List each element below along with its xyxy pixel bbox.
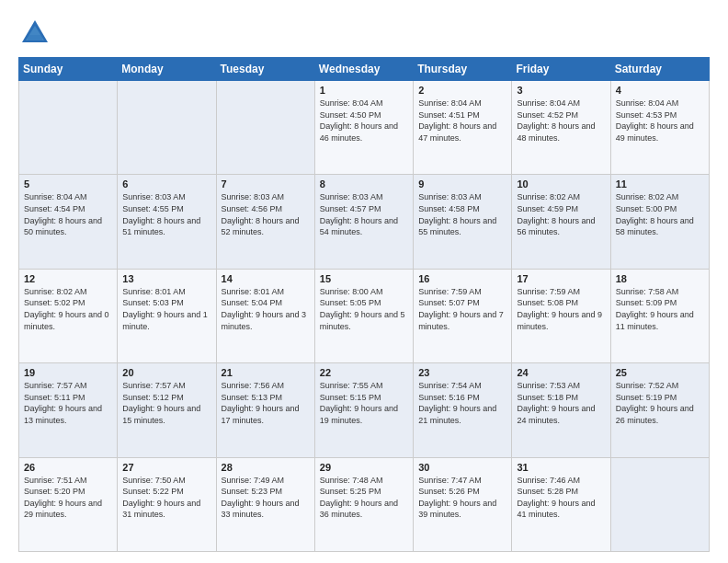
calendar-cell: 19Sunrise: 7:57 AM Sunset: 5:11 PM Dayli… [19,363,118,457]
calendar-week-row: 5Sunrise: 8:04 AM Sunset: 4:54 PM Daylig… [19,175,710,269]
calendar-cell: 15Sunrise: 8:00 AM Sunset: 5:05 PM Dayli… [314,269,413,362]
day-number: 6 [122,178,210,190]
day-info: Sunrise: 8:04 AM Sunset: 4:50 PM Dayligh… [320,98,408,144]
day-info: Sunrise: 7:48 AM Sunset: 5:25 PM Dayligh… [320,475,408,521]
calendar-cell: 21Sunrise: 7:56 AM Sunset: 5:13 PM Dayli… [216,363,314,457]
day-number: 9 [418,178,506,190]
day-info: Sunrise: 7:55 AM Sunset: 5:15 PM Dayligh… [320,380,408,426]
day-number: 10 [517,178,605,190]
calendar-cell: 8Sunrise: 8:03 AM Sunset: 4:57 PM Daylig… [314,175,413,269]
day-number: 12 [24,273,112,284]
day-number: 25 [616,367,704,378]
calendar-cell: 16Sunrise: 7:59 AM Sunset: 5:07 PM Dayli… [414,269,512,362]
calendar-cell: 20Sunrise: 7:57 AM Sunset: 5:12 PM Dayli… [118,363,216,457]
day-info: Sunrise: 8:03 AM Sunset: 4:58 PM Dayligh… [418,191,506,237]
day-number: 1 [320,85,408,96]
logo [18,17,55,50]
day-info: Sunrise: 7:46 AM Sunset: 5:28 PM Dayligh… [517,475,605,521]
calendar-cell: 4Sunrise: 8:04 AM Sunset: 4:53 PM Daylig… [610,81,709,175]
day-number: 2 [418,85,506,96]
day-info: Sunrise: 7:52 AM Sunset: 5:19 PM Dayligh… [616,380,704,426]
weekday-header-sunday: Sunday [19,58,118,81]
day-number: 24 [517,367,605,378]
day-number: 17 [517,273,605,284]
day-info: Sunrise: 7:51 AM Sunset: 5:20 PM Dayligh… [24,475,112,521]
weekday-header-tuesday: Tuesday [216,58,314,81]
day-number: 8 [320,178,408,190]
day-info: Sunrise: 7:53 AM Sunset: 5:18 PM Dayligh… [517,380,605,426]
calendar-cell [118,81,216,175]
page: SundayMondayTuesdayWednesdayThursdayFrid… [0,0,728,563]
weekday-header-saturday: Saturday [610,58,709,81]
day-number: 18 [616,273,704,284]
calendar-week-row: 12Sunrise: 8:02 AM Sunset: 5:02 PM Dayli… [19,269,710,362]
calendar-cell: 11Sunrise: 8:02 AM Sunset: 5:00 PM Dayli… [610,175,709,269]
calendar-cell: 1Sunrise: 8:04 AM Sunset: 4:50 PM Daylig… [314,81,413,175]
day-info: Sunrise: 7:49 AM Sunset: 5:23 PM Dayligh… [222,475,310,521]
calendar-cell: 18Sunrise: 7:58 AM Sunset: 5:09 PM Dayli… [610,269,709,362]
day-info: Sunrise: 7:47 AM Sunset: 5:26 PM Dayligh… [418,475,506,521]
day-number: 26 [24,462,112,473]
calendar-cell: 14Sunrise: 8:01 AM Sunset: 5:04 PM Dayli… [216,269,314,362]
day-info: Sunrise: 8:02 AM Sunset: 5:00 PM Dayligh… [616,191,704,237]
day-number: 11 [616,178,704,190]
day-number: 22 [320,367,408,378]
day-number: 27 [122,462,210,473]
day-number: 15 [320,273,408,284]
calendar-cell: 17Sunrise: 7:59 AM Sunset: 5:08 PM Dayli… [512,269,610,362]
header [18,17,710,50]
day-info: Sunrise: 8:03 AM Sunset: 4:55 PM Dayligh… [122,191,210,237]
day-info: Sunrise: 8:04 AM Sunset: 4:54 PM Dayligh… [24,191,112,237]
weekday-header-thursday: Thursday [414,58,512,81]
calendar-cell: 6Sunrise: 8:03 AM Sunset: 4:55 PM Daylig… [118,175,216,269]
calendar-cell: 13Sunrise: 8:01 AM Sunset: 5:03 PM Dayli… [118,269,216,362]
calendar-cell: 2Sunrise: 8:04 AM Sunset: 4:51 PM Daylig… [414,81,512,175]
calendar-cell: 5Sunrise: 8:04 AM Sunset: 4:54 PM Daylig… [19,175,118,269]
day-number: 3 [517,85,605,96]
day-info: Sunrise: 8:02 AM Sunset: 4:59 PM Dayligh… [517,191,605,237]
day-info: Sunrise: 8:04 AM Sunset: 4:51 PM Dayligh… [418,98,506,144]
day-number: 21 [222,367,310,378]
day-info: Sunrise: 7:59 AM Sunset: 5:07 PM Dayligh… [418,286,506,332]
day-info: Sunrise: 7:50 AM Sunset: 5:22 PM Dayligh… [122,475,210,521]
day-number: 14 [222,273,310,284]
calendar-week-row: 26Sunrise: 7:51 AM Sunset: 5:20 PM Dayli… [19,457,710,551]
day-number: 7 [222,178,310,190]
calendar-cell: 29Sunrise: 7:48 AM Sunset: 5:25 PM Dayli… [314,457,413,551]
logo-icon [18,17,51,50]
day-info: Sunrise: 8:03 AM Sunset: 4:57 PM Dayligh… [320,191,408,237]
day-number: 30 [418,462,506,473]
day-info: Sunrise: 8:01 AM Sunset: 5:03 PM Dayligh… [122,286,210,332]
day-info: Sunrise: 8:01 AM Sunset: 5:04 PM Dayligh… [222,286,310,332]
day-info: Sunrise: 7:57 AM Sunset: 5:12 PM Dayligh… [122,380,210,426]
day-info: Sunrise: 8:02 AM Sunset: 5:02 PM Dayligh… [24,286,112,332]
calendar-header-row: SundayMondayTuesdayWednesdayThursdayFrid… [19,58,710,81]
calendar-cell [19,81,118,175]
calendar-cell: 7Sunrise: 8:03 AM Sunset: 4:56 PM Daylig… [216,175,314,269]
svg-rect-2 [28,35,42,42]
day-number: 13 [122,273,210,284]
day-info: Sunrise: 7:58 AM Sunset: 5:09 PM Dayligh… [616,286,704,332]
day-number: 19 [24,367,112,378]
calendar-table: SundayMondayTuesdayWednesdayThursdayFrid… [18,57,710,552]
day-info: Sunrise: 8:04 AM Sunset: 4:52 PM Dayligh… [517,98,605,144]
calendar-cell: 31Sunrise: 7:46 AM Sunset: 5:28 PM Dayli… [512,457,610,551]
calendar-cell: 27Sunrise: 7:50 AM Sunset: 5:22 PM Dayli… [118,457,216,551]
day-info: Sunrise: 8:03 AM Sunset: 4:56 PM Dayligh… [222,191,310,237]
calendar-cell: 24Sunrise: 7:53 AM Sunset: 5:18 PM Dayli… [512,363,610,457]
calendar-cell: 26Sunrise: 7:51 AM Sunset: 5:20 PM Dayli… [19,457,118,551]
weekday-header-monday: Monday [118,58,216,81]
calendar-cell: 10Sunrise: 8:02 AM Sunset: 4:59 PM Dayli… [512,175,610,269]
day-info: Sunrise: 8:04 AM Sunset: 4:53 PM Dayligh… [616,98,704,144]
day-info: Sunrise: 7:54 AM Sunset: 5:16 PM Dayligh… [418,380,506,426]
weekday-header-friday: Friday [512,58,610,81]
calendar-week-row: 19Sunrise: 7:57 AM Sunset: 5:11 PM Dayli… [19,363,710,457]
day-number: 31 [517,462,605,473]
day-number: 16 [418,273,506,284]
calendar-week-row: 1Sunrise: 8:04 AM Sunset: 4:50 PM Daylig… [19,81,710,175]
day-info: Sunrise: 7:59 AM Sunset: 5:08 PM Dayligh… [517,286,605,332]
day-number: 29 [320,462,408,473]
day-number: 20 [122,367,210,378]
calendar-cell: 22Sunrise: 7:55 AM Sunset: 5:15 PM Dayli… [314,363,413,457]
calendar-cell [610,457,709,551]
